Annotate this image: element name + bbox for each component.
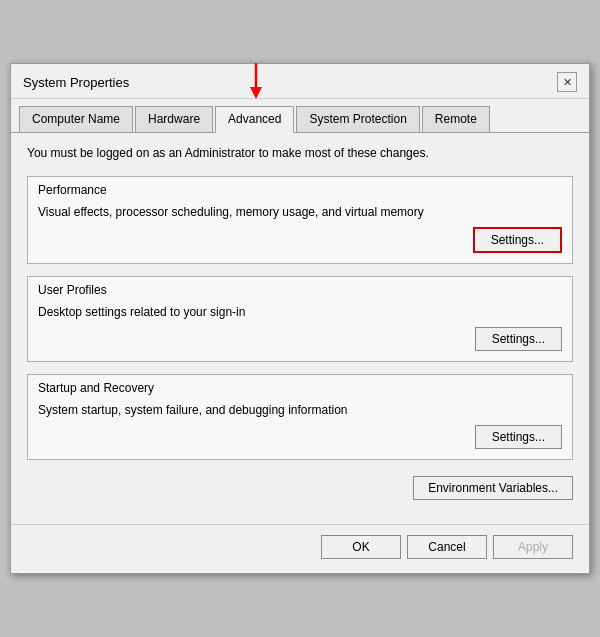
performance-section: Performance Visual effects, processor sc… (27, 176, 573, 264)
performance-desc: Visual effects, processor scheduling, me… (38, 205, 562, 219)
system-properties-dialog: System Properties ✕ Computer Name Hardwa… (10, 63, 590, 574)
performance-settings-button[interactable]: Settings... (473, 227, 562, 253)
cancel-button[interactable]: Cancel (407, 535, 487, 559)
dialog-title: System Properties (23, 75, 129, 90)
startup-recovery-header: Startup and Recovery (28, 375, 572, 399)
startup-recovery-body: System startup, system failure, and debu… (28, 399, 572, 459)
startup-recovery-desc: System startup, system failure, and debu… (38, 403, 562, 417)
tab-advanced[interactable]: Advanced (215, 106, 294, 133)
env-variables-button[interactable]: Environment Variables... (413, 476, 573, 500)
tab-advanced-content: You must be logged on as an Administrato… (11, 133, 589, 520)
footer-buttons: OK Cancel Apply (11, 524, 589, 573)
admin-notice: You must be logged on as an Administrato… (27, 145, 573, 162)
user-profiles-btn-row: Settings... (38, 327, 562, 351)
apply-button[interactable]: Apply (493, 535, 573, 559)
user-profiles-desc: Desktop settings related to your sign-in (38, 305, 562, 319)
env-variables-row: Environment Variables... (27, 472, 573, 508)
startup-recovery-btn-row: Settings... (38, 425, 562, 449)
performance-header: Performance (28, 177, 572, 201)
performance-body: Visual effects, processor scheduling, me… (28, 201, 572, 263)
tab-remote[interactable]: Remote (422, 106, 490, 133)
startup-recovery-settings-button[interactable]: Settings... (475, 425, 562, 449)
tab-bar: Computer Name Hardware Advanced System P… (11, 99, 589, 133)
tab-computer-name[interactable]: Computer Name (19, 106, 133, 133)
close-button[interactable]: ✕ (557, 72, 577, 92)
user-profiles-header: User Profiles (28, 277, 572, 301)
user-profiles-section: User Profiles Desktop settings related t… (27, 276, 573, 362)
tab-system-protection[interactable]: System Protection (296, 106, 419, 133)
user-profiles-body: Desktop settings related to your sign-in… (28, 301, 572, 361)
performance-btn-row: Settings... (38, 227, 562, 253)
user-profiles-settings-button[interactable]: Settings... (475, 327, 562, 351)
startup-recovery-section: Startup and Recovery System startup, sys… (27, 374, 573, 460)
title-bar: System Properties ✕ (11, 64, 589, 99)
tab-hardware[interactable]: Hardware (135, 106, 213, 133)
ok-button[interactable]: OK (321, 535, 401, 559)
